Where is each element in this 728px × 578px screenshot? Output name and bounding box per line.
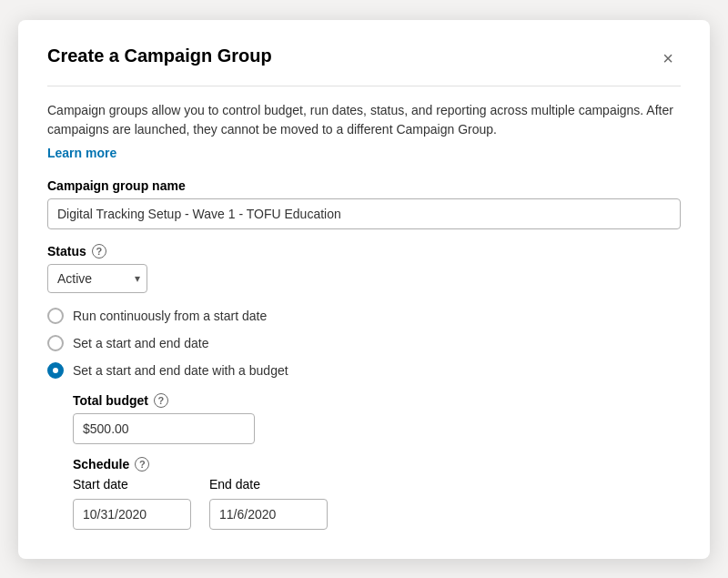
radio-label-continuous: Run continuously from a start date (73, 309, 267, 323)
total-budget-input[interactable] (73, 413, 255, 444)
radio-label-start-end: Set a start and end date (73, 336, 208, 350)
modal-header: Create a Campaign Group × (47, 46, 681, 86)
radio-item-continuous[interactable]: Run continuously from a start date (47, 308, 681, 324)
create-campaign-group-modal: Create a Campaign Group × Campaign group… (18, 20, 710, 559)
status-help-icon[interactable]: ? (92, 244, 106, 259)
schedule-section: Schedule ? Start date End date (73, 457, 681, 530)
radio-circle-continuous (47, 308, 64, 324)
status-select-wrapper: Active Paused Archived ▾ (47, 264, 147, 293)
schedule-label: Schedule ? (73, 457, 681, 472)
radio-item-start-end[interactable]: Set a start and end date (47, 335, 681, 351)
end-date-label: End date (209, 477, 328, 492)
date-row: Start date End date (73, 477, 681, 530)
campaign-group-name-input[interactable] (47, 198, 681, 229)
total-budget-help-icon[interactable]: ? (154, 393, 168, 408)
status-label: Status ? (47, 244, 681, 259)
total-budget-input-wrapper (73, 413, 255, 444)
total-budget-section: Total budget ? (73, 393, 681, 444)
start-date-input[interactable] (73, 499, 191, 530)
description-text: Campaign groups allow you to control bud… (47, 101, 681, 139)
schedule-type-radio-group: Run continuously from a start date Set a… (47, 308, 681, 379)
status-select[interactable]: Active Paused Archived (47, 264, 147, 293)
learn-more-link[interactable]: Learn more (47, 146, 116, 160)
close-button[interactable]: × (655, 46, 681, 71)
radio-item-start-end-budget[interactable]: Set a start and end date with a budget (47, 362, 681, 379)
end-date-field: End date (209, 477, 328, 530)
modal-title: Create a Campaign Group (47, 46, 272, 66)
schedule-help-icon[interactable]: ? (135, 457, 149, 472)
radio-circle-start-end-budget (47, 362, 64, 379)
campaign-group-name-label: Campaign group name (47, 178, 681, 193)
radio-label-start-end-budget: Set a start and end date with a budget (73, 363, 288, 378)
start-date-field: Start date (73, 477, 191, 530)
radio-circle-start-end (47, 335, 64, 351)
status-section: Status ? Active Paused Archived ▾ (47, 244, 681, 293)
campaign-group-name-section: Campaign group name (47, 178, 681, 229)
end-date-input[interactable] (209, 499, 328, 530)
total-budget-label: Total budget ? (73, 393, 681, 408)
start-date-label: Start date (73, 477, 191, 492)
